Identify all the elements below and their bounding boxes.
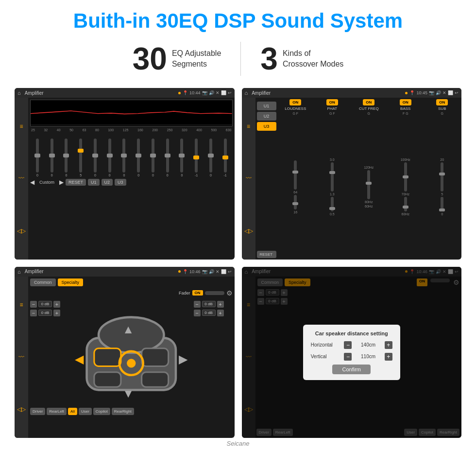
loudness-slider2[interactable] [294, 195, 297, 209]
db-minus-br[interactable]: − [194, 310, 201, 316]
eq-slider-10[interactable]: 0 [175, 139, 189, 177]
screen3-header: ⌂ Amplifier 📍 10:46 📷 🔊 ✕ ⬜ ↩ [15, 267, 235, 277]
bass-label: BASS [400, 106, 410, 111]
x-icon-3[interactable]: ✕ [216, 269, 220, 274]
db-minus-tr[interactable]: − [194, 301, 201, 308]
sub-on[interactable]: ON [436, 99, 448, 105]
home-icon-3[interactable]: ⌂ [17, 269, 21, 275]
db-plus-tr[interactable]: + [217, 301, 224, 308]
eq-icon[interactable]: ≡ [19, 123, 23, 130]
bass-on[interactable]: ON [400, 99, 411, 105]
horizontal-plus[interactable]: + [385, 341, 392, 349]
window-icon-2[interactable]: ⬜ [448, 90, 453, 95]
all-btn[interactable]: All [68, 408, 77, 415]
cx-bass: ON BASS FG 100Hz 70Hz 60Hz [388, 99, 424, 258]
copilot-btn[interactable]: Copilot [93, 408, 110, 415]
wave-icon[interactable]: 〰 [18, 175, 24, 182]
confirm-button[interactable]: Confirm [332, 365, 371, 374]
eq-icon-3[interactable]: ≡ [19, 301, 23, 308]
eq-slider-11[interactable]: -1 [189, 139, 204, 177]
phat-on[interactable]: ON [326, 99, 338, 105]
db-val-tl: 0 dB [38, 301, 52, 307]
u3-btn[interactable]: U3 [115, 179, 126, 186]
loudness-slider[interactable] [294, 160, 297, 190]
db-plus-bl[interactable]: + [53, 310, 60, 316]
wave-icon-2[interactable]: 〰 [246, 175, 252, 182]
wave-icon-3[interactable]: 〰 [18, 354, 24, 361]
db-minus-tl[interactable]: − [30, 301, 37, 308]
back-icon-2[interactable]: ↩ [455, 90, 459, 95]
left-db-controls: − 0 dB + − 0 dB + [30, 301, 69, 405]
sub-slider[interactable] [441, 162, 443, 191]
fader-slider[interactable] [205, 291, 224, 295]
eq-slider-12[interactable]: 0 [204, 139, 218, 177]
location-icon-2: 📍 [409, 90, 415, 95]
sub-slider2[interactable] [441, 197, 443, 211]
eq-slider-4[interactable]: 0 [88, 139, 102, 177]
loudness-on[interactable]: ON [289, 99, 301, 105]
back-icon[interactable]: ↩ [228, 90, 232, 95]
db-plus-tl[interactable]: + [53, 301, 60, 308]
bass-slider2[interactable] [404, 197, 407, 211]
screen3-body: ≡ 〰 ◁▷ Common Specialty Fader ON ⚙ [15, 277, 235, 438]
vol-icon[interactable]: ◁▷ [17, 227, 26, 234]
next-btn[interactable]: ▶ [59, 179, 64, 186]
db-plus-br[interactable]: + [217, 310, 224, 316]
eq-slider-13[interactable]: -1 [218, 139, 233, 177]
driver-btn[interactable]: Driver [30, 408, 45, 415]
user-btn[interactable]: User [79, 408, 92, 415]
home-icon[interactable]: ⌂ [17, 90, 21, 96]
cx-reset[interactable]: RESET [257, 251, 276, 258]
fader-on[interactable]: ON [192, 290, 203, 296]
x-icon-2[interactable]: ✕ [442, 90, 446, 95]
common-tab[interactable]: Common [30, 278, 56, 286]
back-icon-3[interactable]: ↩ [228, 269, 232, 274]
rear-right-btn[interactable]: RearRight [112, 408, 134, 415]
eq-slider-2[interactable]: 0 [59, 139, 74, 177]
vertical-plus[interactable]: + [385, 353, 392, 361]
volume-icon-2: 🔊 [436, 90, 441, 95]
eq-icon-2[interactable]: ≡ [247, 123, 250, 130]
svg-text:◀: ◀ [75, 352, 84, 365]
eq-slider-7[interactable]: 0 [131, 139, 146, 177]
cutfreq-on[interactable]: ON [363, 99, 374, 105]
u1-preset[interactable]: U1 [257, 102, 276, 110]
x-icon[interactable]: ✕ [216, 90, 220, 95]
eq-slider-3[interactable]: 5 [73, 139, 88, 177]
db-val-br: 0 dB [202, 310, 216, 316]
eq-slider-0[interactable]: 0 [30, 139, 45, 177]
eq-slider-8[interactable]: 0 [146, 139, 160, 177]
vol-icon-2[interactable]: ◁▷ [244, 227, 253, 234]
dialog-title: Car speaker distance setting [311, 330, 392, 336]
vol-icon-3[interactable]: ◁▷ [17, 406, 26, 413]
cutfreq-slider[interactable] [367, 170, 370, 199]
window-icon-3[interactable]: ⬜ [221, 269, 226, 274]
u1-btn[interactable]: U1 [88, 179, 100, 186]
prev-btn[interactable]: ◀ [30, 179, 34, 186]
eq-slider-1[interactable]: 0 [45, 139, 59, 177]
u2-preset[interactable]: U2 [257, 112, 276, 121]
home-icon-2[interactable]: ⌂ [245, 90, 248, 96]
u2-btn[interactable]: U2 [102, 179, 113, 186]
bass-slider[interactable] [404, 162, 407, 191]
svg-text:▶: ▶ [179, 352, 188, 365]
eq-slider-9[interactable]: 0 [160, 139, 175, 177]
car-settings-icon[interactable]: ⚙ [226, 289, 233, 297]
reset-btn[interactable]: RESET [66, 179, 86, 186]
window-icon[interactable]: ⬜ [221, 90, 226, 95]
screen2-icons: 📍 10:45 📷 🔊 ✕ ⬜ ↩ [409, 90, 459, 95]
u3-preset[interactable]: U3 [257, 122, 276, 131]
eq-slider-6[interactable]: 0 [117, 139, 132, 177]
eq-slider-5[interactable]: 0 [102, 139, 117, 177]
rear-left-btn[interactable]: RearLeft [47, 408, 67, 415]
camera-icon-3: 📷 [202, 269, 207, 274]
watermark: Seicane [227, 440, 250, 447]
phat-slider[interactable] [331, 162, 334, 191]
phat-slider2[interactable] [331, 197, 334, 211]
vertical-minus[interactable]: − [344, 353, 352, 361]
screen2-time: 10:45 [416, 90, 427, 95]
specialty-tab[interactable]: Specialty [58, 278, 84, 286]
horizontal-minus[interactable]: − [344, 341, 352, 349]
crossover-number: 3 [260, 43, 278, 74]
db-minus-bl[interactable]: − [30, 310, 37, 316]
